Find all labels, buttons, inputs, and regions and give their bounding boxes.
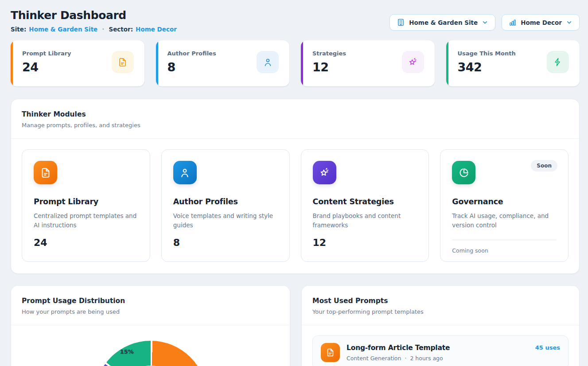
building-icon xyxy=(397,18,405,27)
sparkle-star-icon xyxy=(402,51,424,73)
sector-label: Sector: xyxy=(109,26,133,33)
stat-card-strategies[interactable]: Strategies 12 xyxy=(301,40,435,86)
prompts-card-title: Most Used Prompts xyxy=(312,297,569,305)
document-icon xyxy=(321,343,340,362)
pie-chart-icon xyxy=(452,161,475,184)
module-title: Prompt Library xyxy=(34,197,138,206)
donut-ring[interactable]: 15% xyxy=(94,341,207,366)
modules-panel-subtitle: Manage prompts, profiles, and strategies xyxy=(22,122,569,128)
prompts-card-subtitle: Your top-performing prompt templates xyxy=(312,308,569,315)
prompt-list-item[interactable]: Long-form Article Template Content Gener… xyxy=(312,335,569,366)
bar-chart-icon xyxy=(509,19,517,27)
prompt-item-category: Content Generation xyxy=(347,355,401,362)
sector-selector-dropdown[interactable]: Home Decor xyxy=(502,14,580,31)
prompt-item-main: Long-form Article Template Content Gener… xyxy=(347,344,529,362)
person-icon xyxy=(257,51,279,73)
module-description: Centralized prompt templates and AI inst… xyxy=(34,211,138,230)
sector-link[interactable]: Home Decor xyxy=(136,26,177,33)
module-count: 12 xyxy=(313,237,417,248)
chevron-down-icon xyxy=(566,19,572,26)
module-count: 24 xyxy=(34,237,138,248)
chevron-down-icon xyxy=(482,19,488,26)
document-icon xyxy=(112,51,134,73)
separator-dot: · xyxy=(102,26,104,33)
stat-card-usage[interactable]: Usage This Month 342 xyxy=(446,40,580,86)
module-card-author-profiles[interactable]: Author Profiles Voice templates and writ… xyxy=(161,149,290,262)
prompt-usage-card: Prompt Usage Distribution How your promp… xyxy=(11,285,290,366)
most-used-prompts-card: Most Used Prompts Your top-performing pr… xyxy=(301,285,580,366)
module-title: Governance xyxy=(452,197,557,206)
stats-row: Prompt Library 24 Author Profiles 8 Stra… xyxy=(11,40,580,86)
module-title: Author Profiles xyxy=(173,197,278,206)
page-title: Thinker Dashboard xyxy=(11,9,177,22)
prompt-item-title: Long-form Article Template xyxy=(347,344,529,352)
usage-card-title: Prompt Usage Distribution xyxy=(22,297,279,305)
module-card-prompt-library[interactable]: Prompt Library Centralized prompt templa… xyxy=(22,149,150,262)
document-icon xyxy=(34,161,57,184)
header-dropdowns: Home & Garden Site Home Decor xyxy=(389,14,580,31)
soon-badge: Soon xyxy=(531,160,557,171)
prompt-item-meta: Content Generation · 2 hours ago xyxy=(347,355,529,362)
prompts-card-header: Most Used Prompts Your top-performing pr… xyxy=(302,286,579,325)
lightning-icon xyxy=(547,51,569,73)
stat-card-prompt-library[interactable]: Prompt Library 24 xyxy=(11,40,144,86)
donut-chart: 15% xyxy=(94,341,207,366)
module-description: Track AI usage, compliance, and version … xyxy=(452,211,557,230)
modules-panel-header: Thinker Modules Manage prompts, profiles… xyxy=(11,99,579,139)
site-label: Site: xyxy=(11,26,26,33)
module-card-governance[interactable]: Soon Governance Track AI usage, complian… xyxy=(440,149,569,262)
sparkle-star-icon xyxy=(313,161,336,184)
usage-card-subtitle: How your prompts are being used xyxy=(22,308,279,315)
dashboard-page: Thinker Dashboard Site: Home & Garden Si… xyxy=(0,0,588,366)
module-count: 8 xyxy=(173,237,278,248)
site-selector-dropdown[interactable]: Home & Garden Site xyxy=(389,14,495,31)
divider xyxy=(452,240,557,240)
prompt-list: Long-form Article Template Content Gener… xyxy=(302,325,579,366)
module-title: Content Strategies xyxy=(313,197,417,206)
modules-panel-title: Thinker Modules xyxy=(22,110,569,118)
separator-dot: · xyxy=(405,355,406,362)
sector-selector-label: Home Decor xyxy=(521,19,562,26)
header-left: Thinker Dashboard Site: Home & Garden Si… xyxy=(11,9,177,33)
usage-card-header: Prompt Usage Distribution How your promp… xyxy=(11,286,290,325)
breadcrumb: Site: Home & Garden Site · Sector: Home … xyxy=(11,26,177,33)
stat-card-author-profiles[interactable]: Author Profiles 8 xyxy=(156,40,290,86)
site-link[interactable]: Home & Garden Site xyxy=(29,26,97,33)
person-icon xyxy=(173,161,197,184)
donut-data-label: 15% xyxy=(120,348,134,355)
page-header: Thinker Dashboard Site: Home & Garden Si… xyxy=(11,9,580,33)
site-selector-label: Home & Garden Site xyxy=(409,19,478,26)
thinker-modules-panel: Thinker Modules Manage prompts, profiles… xyxy=(11,99,580,274)
prompt-item-time: 2 hours ago xyxy=(410,355,443,362)
bottom-row: Prompt Usage Distribution How your promp… xyxy=(11,285,580,366)
prompt-item-uses-badge: 45 uses xyxy=(535,344,560,351)
module-description: Brand playbooks and content frameworks xyxy=(313,211,417,230)
coming-soon-text: Coming soon xyxy=(452,247,557,254)
modules-grid: Prompt Library Centralized prompt templa… xyxy=(11,139,579,273)
module-description: Voice templates and writing style guides xyxy=(173,211,278,230)
module-card-content-strategies[interactable]: Content Strategies Brand playbooks and c… xyxy=(301,149,429,262)
